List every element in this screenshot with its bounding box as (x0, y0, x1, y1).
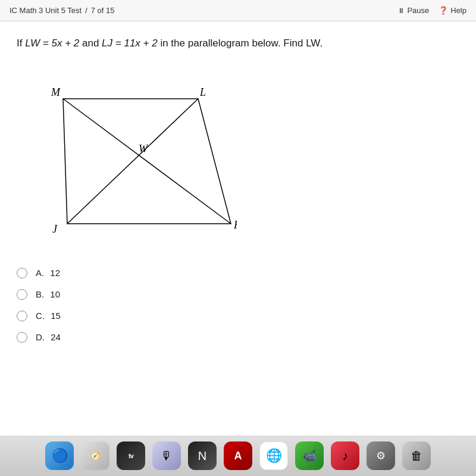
svg-text:K: K (233, 219, 237, 231)
help-label: Help (450, 6, 466, 15)
dock-chrome[interactable]: 🌐 (259, 441, 288, 470)
label-a: A. 12 (36, 268, 60, 278)
dock-icon-5-label: N (198, 449, 206, 463)
dock-safari[interactable]: 🧭 (81, 441, 109, 470)
pause-icon: ⏸ (397, 7, 405, 15)
dock-music-icon: ♪ (342, 449, 348, 463)
dock-tv[interactable]: tv (117, 441, 145, 470)
dock-facetime-icon: 📹 (302, 449, 317, 463)
radio-d[interactable] (17, 332, 27, 343)
test-title: IC Math 3 Unit 5 Test (10, 6, 82, 15)
dock-adobe[interactable]: A (224, 441, 252, 470)
dock-icon-5[interactable]: N (188, 441, 217, 470)
dock-misc-icon: ⚙ (376, 449, 386, 462)
progress-separator: / (85, 6, 87, 15)
dock: 🔵 🧭 tv 🎙 N A 🌐 📹 ♪ ⚙ 🗑 (0, 436, 476, 476)
dock-safari-icon: 🧭 (90, 452, 100, 461)
choice-c[interactable]: C. 15 (17, 311, 459, 321)
dock-facetime[interactable]: 📹 (295, 441, 324, 470)
question-and: and (82, 37, 99, 49)
parallelogram-diagram: M L K J W (23, 63, 237, 253)
top-bar-right: ⏸ Pause ❓ Help (397, 6, 466, 15)
dock-adobe-label: A (234, 450, 242, 462)
help-button[interactable]: ❓ Help (439, 6, 466, 15)
diagram-container: M L K J W (23, 63, 237, 253)
svg-text:J: J (52, 223, 58, 235)
pause-button[interactable]: ⏸ Pause (397, 6, 429, 15)
dock-misc[interactable]: ⚙ (367, 441, 395, 470)
svg-text:L: L (199, 86, 206, 98)
radio-a[interactable] (17, 268, 27, 278)
top-bar-left: IC Math 3 Unit 5 Test / 7 of 15 (10, 6, 115, 15)
question-intro: If (17, 37, 22, 49)
choice-d[interactable]: D. 24 (17, 332, 459, 343)
dock-siri[interactable]: 🎙 (152, 441, 181, 470)
dock-chrome-icon: 🌐 (266, 448, 282, 464)
svg-text:M: M (51, 86, 61, 98)
label-b: B. 10 (36, 289, 60, 299)
label-c: C. 15 (36, 311, 61, 321)
dock-trash[interactable]: 🗑 (402, 441, 431, 470)
choice-b[interactable]: B. 10 (17, 289, 459, 300)
lj-expression: LJ = 11x + 2 (102, 37, 160, 49)
dock-siri-icon: 🎙 (161, 449, 173, 463)
top-bar: IC Math 3 Unit 5 Test / 7 of 15 ⏸ Pause … (0, 0, 476, 21)
question-text: If LW = 5x + 2 and LJ = 11x + 2 in the p… (17, 36, 459, 51)
svg-text:W: W (139, 143, 149, 155)
help-icon: ❓ (439, 6, 448, 15)
dock-music[interactable]: ♪ (331, 441, 359, 470)
answer-choices: A. 12 B. 10 C. 15 D. 24 (17, 268, 459, 343)
pause-label: Pause (407, 6, 429, 15)
question-suffix: in the parallelogram below. Find LW. (160, 37, 322, 49)
dock-finder[interactable]: 🔵 (45, 441, 74, 470)
choice-a[interactable]: A. 12 (17, 268, 459, 278)
label-d: D. 24 (36, 332, 61, 342)
radio-c[interactable] (17, 311, 27, 321)
dock-trash-icon: 🗑 (411, 449, 422, 463)
progress-indicator: 7 of 15 (91, 6, 115, 15)
radio-b[interactable] (17, 289, 27, 300)
lw-expression: LW = 5x + 2 (25, 37, 82, 49)
main-content: If LW = 5x + 2 and LJ = 11x + 2 in the p… (0, 21, 476, 436)
dock-tv-label: tv (129, 452, 133, 459)
